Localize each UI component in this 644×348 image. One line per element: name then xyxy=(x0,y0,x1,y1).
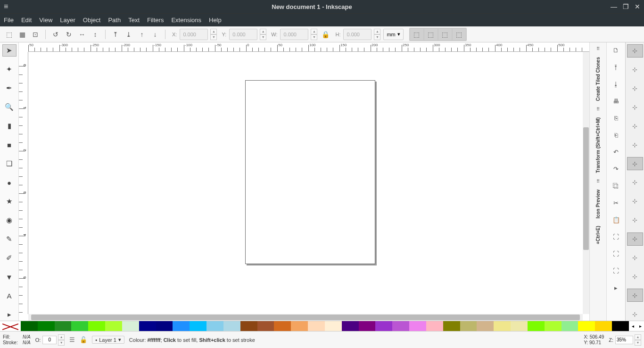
fill-stroke-indicator[interactable]: Fill:N/A Stroke:N/A xyxy=(3,334,31,345)
zoom-fit-icon[interactable]: ⛶ xyxy=(610,231,622,242)
dock-tab-icon-preview[interactable]: Icon Preview xyxy=(595,190,601,218)
color-swatch[interactable] xyxy=(88,321,105,331)
snap-midpoint-icon[interactable]: ⊹ xyxy=(627,119,643,133)
color-swatch[interactable] xyxy=(308,321,325,331)
snap-line-mid-icon[interactable]: ⊹ xyxy=(627,251,643,265)
affect-corners-icon[interactable]: ⬚ xyxy=(424,29,438,40)
selector-tool[interactable]: ➤ xyxy=(2,44,17,57)
color-swatch[interactable] xyxy=(291,321,308,331)
snap-center-icon[interactable]: ⊹ xyxy=(627,138,643,151)
deselect-icon[interactable]: ⊡ xyxy=(30,29,41,40)
h-spinner[interactable]: ▲▼ xyxy=(374,29,380,40)
menu-layer[interactable]: Layer xyxy=(60,17,75,24)
print-icon[interactable]: 🖶 xyxy=(610,95,622,107)
color-swatch[interactable] xyxy=(139,321,156,331)
export-icon[interactable]: ⎗ xyxy=(610,129,622,141)
lower-icon[interactable]: ↓ xyxy=(150,29,160,40)
undo-icon[interactable]: ↶ xyxy=(610,146,622,157)
more-icon[interactable]: ▸ xyxy=(610,282,622,293)
pen-tool[interactable]: ✐ xyxy=(2,252,17,264)
spiral-tool[interactable]: ◉ xyxy=(2,214,17,226)
menu-edit[interactable]: Edit xyxy=(21,17,32,24)
lock-aspect-icon[interactable]: 🔒 xyxy=(320,29,330,40)
x-field[interactable] xyxy=(180,29,208,40)
menu-file[interactable]: File xyxy=(4,17,14,24)
dock-tab-export[interactable]: +Ctrl+E) xyxy=(595,226,601,244)
color-swatch[interactable] xyxy=(443,321,460,331)
copy-icon[interactable]: ⿻ xyxy=(610,180,622,191)
color-swatch[interactable] xyxy=(173,321,190,331)
color-swatch[interactable] xyxy=(21,321,38,331)
color-swatch[interactable] xyxy=(460,321,477,331)
dock-tab-tiled-clones[interactable]: Create Tiled Clones xyxy=(595,57,601,101)
zoom-tool[interactable]: 🔍 xyxy=(2,101,17,113)
color-swatch[interactable] xyxy=(392,321,409,331)
w-spinner[interactable]: ▲▼ xyxy=(311,29,317,40)
menu-filters[interactable]: Filters xyxy=(147,17,164,24)
lower-bottom-icon[interactable]: ⤓ xyxy=(124,29,134,40)
color-swatch[interactable] xyxy=(38,321,55,331)
snap-object-mid-icon[interactable]: ⊹ xyxy=(627,270,643,283)
snap-bbox-icon[interactable]: ⊹ xyxy=(627,63,643,76)
snap-rotation-icon[interactable]: ⊹ xyxy=(627,289,643,302)
rect-tool[interactable]: ■ xyxy=(2,139,17,151)
h-field[interactable] xyxy=(343,29,372,40)
rotate-ccw-icon[interactable]: ↺ xyxy=(50,29,61,40)
zoom-page-icon[interactable]: ⛶ xyxy=(610,248,622,259)
menu-view[interactable]: View xyxy=(39,17,52,24)
color-swatch[interactable] xyxy=(359,321,376,331)
color-swatch[interactable] xyxy=(545,321,561,331)
layer-visibility-icon[interactable]: ☰ xyxy=(69,336,75,343)
snap-text-icon[interactable]: ⊹ xyxy=(627,307,643,321)
color-swatch[interactable] xyxy=(156,321,173,331)
menu-extensions[interactable]: Extensions xyxy=(171,17,201,24)
x-spinner[interactable]: ▲▼ xyxy=(210,29,217,40)
ruler-vertical[interactable]: 012345 xyxy=(19,52,28,314)
snap-cusp-icon[interactable]: ⊹ xyxy=(627,214,643,227)
scrollbar-horizontal[interactable] xyxy=(28,314,583,321)
color-swatch[interactable] xyxy=(71,321,88,331)
color-swatch[interactable] xyxy=(578,321,595,331)
palette-scroll-left-icon[interactable]: ◂ xyxy=(629,321,636,331)
snap-node-icon[interactable]: ⊹ xyxy=(627,157,643,170)
color-swatch[interactable] xyxy=(494,321,511,331)
color-swatch[interactable] xyxy=(375,321,392,331)
color-swatch[interactable] xyxy=(528,321,545,331)
menu-object[interactable]: Object xyxy=(83,17,101,24)
color-swatch[interactable] xyxy=(274,321,291,331)
ruler-horizontal[interactable]: 50-300-250-200-150-100-50050100150200250… xyxy=(28,42,589,52)
snap-enable-icon[interactable]: ⊹ xyxy=(627,44,643,58)
flip-v-icon[interactable]: ↕ xyxy=(90,29,100,40)
flip-h-icon[interactable]: ↔ xyxy=(77,29,87,40)
raise-icon[interactable]: ↑ xyxy=(137,29,147,40)
canvas[interactable] xyxy=(28,52,583,314)
snap-path-icon[interactable]: ⊹ xyxy=(627,176,643,189)
color-swatch[interactable] xyxy=(511,321,528,331)
zoom-drawing-icon[interactable]: ⛶ xyxy=(610,265,622,276)
color-swatch[interactable] xyxy=(612,321,629,331)
raise-top-icon[interactable]: ⤒ xyxy=(110,29,121,40)
app-menu-icon[interactable]: ≡ xyxy=(4,2,13,11)
color-swatch[interactable] xyxy=(477,321,494,331)
maximize-button[interactable]: ❐ xyxy=(623,3,629,10)
save-icon[interactable]: ⭳ xyxy=(610,78,622,90)
color-swatch[interactable] xyxy=(55,321,72,331)
zoom-control[interactable]: Z: ▲▼ xyxy=(609,334,641,346)
layer-lock-icon[interactable]: 🔓 xyxy=(80,336,87,343)
opacity-field[interactable] xyxy=(42,336,57,344)
select-all-layers-icon[interactable]: ▦ xyxy=(17,29,27,40)
snap-intersection-icon[interactable]: ⊹ xyxy=(627,195,643,208)
rotate-cw-icon[interactable]: ↻ xyxy=(64,29,74,40)
menu-text[interactable]: Text xyxy=(128,17,140,24)
snap-smooth-icon[interactable]: ⊹ xyxy=(627,232,643,246)
calligraphy-tool[interactable]: ▼ xyxy=(2,271,17,283)
zoom-field[interactable] xyxy=(615,336,633,344)
select-all-icon[interactable]: ⬚ xyxy=(4,29,14,40)
cut-icon[interactable]: ✂ xyxy=(610,197,622,208)
y-spinner[interactable]: ▲▼ xyxy=(260,29,266,40)
color-swatch[interactable] xyxy=(426,321,443,331)
palette-menu-icon[interactable]: ▸ xyxy=(636,321,644,331)
y-field[interactable] xyxy=(229,29,257,40)
color-swatch[interactable] xyxy=(105,321,122,331)
node-tool[interactable]: ✦ xyxy=(2,63,17,75)
